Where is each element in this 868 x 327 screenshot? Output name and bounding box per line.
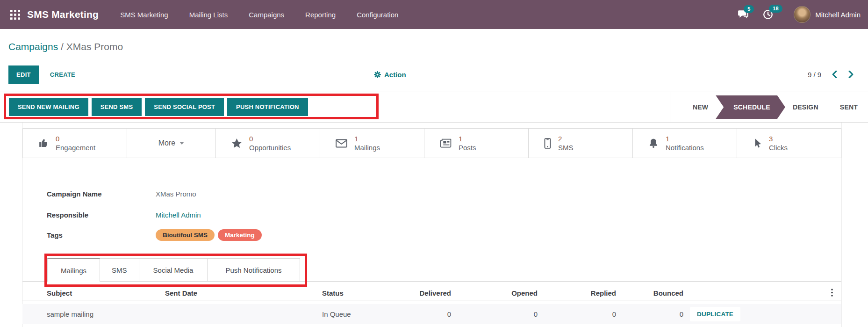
menu-sms-marketing[interactable]: SMS Marketing (120, 11, 168, 19)
pager-next-icon[interactable] (848, 71, 854, 78)
edit-button[interactable]: EDIT (8, 65, 39, 84)
stat-value: 1 (666, 134, 704, 144)
sms-marketing-app: SMS Marketing SMS Marketing Mailing List… (0, 0, 868, 327)
field-campaign-name: Campaign Name XMas Promo (47, 187, 196, 201)
row-delivered: 0 (372, 310, 451, 318)
envelope-icon (336, 139, 347, 148)
column-status[interactable]: Status (322, 289, 372, 297)
menu-reporting[interactable]: Reporting (305, 11, 336, 19)
activities-badge: 18 (769, 5, 782, 13)
menu-configuration[interactable]: Configuration (357, 11, 398, 19)
tag-bioutifoul-sms[interactable]: Bioutifoul SMS (156, 229, 215, 241)
stat-label: Opportunities (249, 143, 291, 153)
breadcrumb-campaigns-link[interactable]: Campaigns (8, 41, 58, 52)
column-sent-date[interactable]: Sent Date (165, 289, 322, 297)
tab-social-media[interactable]: Social Media (139, 258, 208, 281)
row-subject: sample mailing (22, 310, 165, 318)
send-buttons-group: SEND NEW MAILING SEND SMS SEND SOCIAL PO… (9, 98, 308, 116)
action-menu-button[interactable]: Action (374, 65, 406, 84)
stat-button-strip: 0 Engagement More 0 Opportunities 1 (22, 128, 841, 158)
notebook-tabs: Mailings SMS Social Media Push Notificat… (22, 258, 841, 282)
pager-previous-icon[interactable] (832, 71, 838, 78)
stat-button-sms[interactable]: 2 SMS (529, 129, 633, 158)
campaign-name-value: XMas Promo (156, 190, 196, 198)
gear-icon (374, 71, 381, 78)
sheet-right-edge (841, 123, 842, 327)
column-delivered[interactable]: Delivered (372, 289, 451, 297)
stat-value: 0 (56, 134, 95, 144)
activities-button[interactable]: 18 (763, 9, 773, 20)
messages-badge: 5 (744, 5, 754, 13)
user-menu[interactable]: Mitchell Admin (815, 11, 861, 19)
row-bounced: 0 (616, 310, 683, 318)
top-navbar: SMS Marketing SMS Marketing Mailing List… (0, 0, 868, 29)
stat-button-notifications[interactable]: 1 Notifications (633, 129, 737, 158)
responsible-user-link[interactable]: Mitchell Admin (156, 211, 201, 219)
stat-button-clicks[interactable]: 3 Clicks (737, 129, 841, 158)
column-opened[interactable]: Opened (451, 289, 538, 297)
push-notification-button[interactable]: PUSH NOTIFICATION (227, 98, 308, 116)
thumbs-up-icon (38, 138, 49, 148)
campaign-name-label: Campaign Name (47, 190, 156, 198)
stat-label: Posts (459, 143, 476, 153)
messages-button[interactable]: 5 (738, 10, 749, 20)
vertical-dots-icon (831, 289, 833, 297)
stat-button-opportunities[interactable]: 0 Opportunities (216, 129, 320, 158)
responsible-label: Responsible (47, 211, 156, 219)
stat-button-engagement[interactable]: 0 Engagement (23, 129, 127, 158)
stat-label: Clicks (769, 143, 788, 153)
stat-button-mailings[interactable]: 1 Mailings (320, 129, 424, 158)
stat-value: 1 (354, 134, 380, 144)
tab-push-notifications[interactable]: Push Notifications (208, 258, 300, 281)
stage-sent[interactable]: SENT (830, 95, 868, 119)
breadcrumb: Campaigns / XMas Promo (8, 41, 123, 52)
app-title: SMS Marketing (27, 9, 99, 20)
stat-value: 2 (558, 134, 574, 144)
menu-mailing-lists[interactable]: Mailing Lists (189, 11, 228, 19)
table-row[interactable]: sample mailing In Queue 0 0 0 0 DUPLICAT… (22, 304, 841, 324)
action-label: Action (384, 71, 406, 79)
send-social-post-button[interactable]: SEND SOCIAL POST (145, 98, 224, 116)
column-options-button[interactable] (795, 289, 841, 298)
stage-schedule-active[interactable]: SCHEDULE (716, 95, 785, 119)
stat-label: Notifications (666, 143, 704, 153)
tab-sms[interactable]: SMS (100, 258, 139, 281)
stat-button-posts[interactable]: 1 Posts (424, 129, 529, 158)
stat-label: SMS (558, 143, 574, 153)
star-icon (231, 138, 242, 149)
stat-value: 1 (459, 134, 476, 144)
newspaper-icon (440, 138, 452, 148)
mobile-icon (544, 138, 551, 149)
apps-grid-icon (10, 10, 20, 20)
tab-mailings[interactable]: Mailings (47, 258, 100, 282)
create-button[interactable]: CREATE (50, 71, 75, 78)
field-responsible: Responsible Mitchell Admin (47, 208, 201, 222)
mailings-table-header: Subject Sent Date Status Delivered Opene… (22, 286, 841, 300)
breadcrumb-separator: / (58, 41, 66, 52)
column-replied[interactable]: Replied (538, 289, 616, 297)
stat-value: 3 (769, 134, 788, 144)
stage-new[interactable]: NEW (682, 95, 718, 119)
control-panel-buttons: EDIT CREATE (8, 65, 75, 84)
row-status: In Queue (322, 310, 372, 318)
stat-button-more[interactable]: More (127, 129, 216, 158)
stage-separator-chevron (829, 95, 830, 119)
user-avatar[interactable] (794, 6, 811, 23)
tag-marketing[interactable]: Marketing (218, 229, 262, 241)
column-subject[interactable]: Subject (22, 289, 165, 297)
tags-label: Tags (47, 231, 156, 239)
topbar-right: 5 18 Mitchell Admin (738, 6, 861, 23)
breadcrumb-current: XMas Promo (66, 41, 123, 52)
stat-label: Mailings (354, 143, 380, 153)
field-tags: Tags Bioutifoul SMS Marketing (47, 228, 262, 242)
stage-design[interactable]: DESIGN (782, 95, 829, 119)
caret-down-icon (179, 142, 184, 145)
row-replied: 0 (538, 310, 616, 318)
duplicate-button[interactable]: DUPLICATE (690, 307, 740, 321)
menu-campaigns[interactable]: Campaigns (249, 11, 284, 19)
cursor-icon (753, 138, 762, 149)
column-bounced[interactable]: Bounced (616, 289, 683, 297)
send-sms-button[interactable]: SEND SMS (92, 98, 142, 116)
apps-menu-button[interactable] (10, 10, 20, 20)
send-new-mailing-button[interactable]: SEND NEW MAILING (9, 98, 88, 116)
